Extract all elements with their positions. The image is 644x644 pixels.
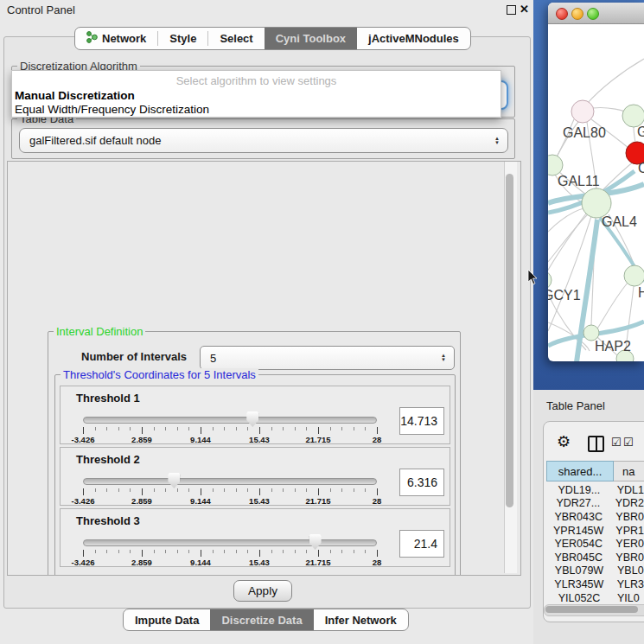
group-title: Interval Definition xyxy=(54,325,145,338)
slider-ticks xyxy=(83,550,377,558)
dropdown-option-equal-width[interactable]: Equal Width/Frequency Discretization xyxy=(15,103,209,116)
slider-track[interactable] xyxy=(83,539,377,546)
dropdown-option-manual-discretization[interactable]: Manual Discretization xyxy=(15,89,135,102)
table-header-row: shared... na xyxy=(546,461,644,481)
cell: YER0 xyxy=(612,538,644,550)
tab-label: Network xyxy=(102,32,146,45)
cell: YLR3 xyxy=(614,578,644,590)
tab-label: Discretize Data xyxy=(221,614,302,627)
table-row[interactable]: YBR045CYBR0 xyxy=(545,551,644,564)
close-traffic-light-icon[interactable] xyxy=(556,8,568,20)
combobox-value: 5 xyxy=(201,352,441,365)
node-label: HAP2 xyxy=(595,339,631,354)
node-label: H xyxy=(638,285,644,300)
threshold-2-box: Threshold 2 -3.4262.8599.14415.4321.7152… xyxy=(60,447,450,506)
threshold-label: Threshold 1 xyxy=(76,392,140,405)
network-window-titlebar[interactable] xyxy=(548,3,644,24)
slider-track[interactable] xyxy=(83,478,377,485)
table-row[interactable]: YPR145WYPR1 xyxy=(545,524,644,538)
threshold-value-field[interactable]: 14.713 xyxy=(399,407,444,435)
threshold-1-slider[interactable]: -3.4262.8599.14415.4321.71528 xyxy=(83,411,377,442)
node-gal11[interactable] xyxy=(548,155,563,175)
cell: YLR345W xyxy=(545,578,614,590)
cell: YDL19... xyxy=(545,484,614,496)
tab-infer-network[interactable]: Infer Network xyxy=(314,609,408,630)
slider-tick-labels: -3.4262.8599.14415.4321.71528 xyxy=(83,435,377,444)
minimize-traffic-light-icon[interactable] xyxy=(571,8,583,20)
checkbox-icon[interactable]: ☑ xyxy=(611,436,622,449)
slider-handle[interactable] xyxy=(168,473,180,488)
float-window-icon[interactable] xyxy=(507,5,516,15)
cell: YBR0 xyxy=(612,552,644,564)
node-h[interactable] xyxy=(624,265,644,286)
column-header-shared[interactable]: shared... xyxy=(546,461,614,481)
tab-select[interactable]: Select xyxy=(208,28,264,49)
table-row[interactable]: YDL19...YDL1 xyxy=(545,483,644,497)
number-of-intervals-combobox[interactable]: 5 ▲▼ xyxy=(200,346,455,370)
threshold-value-field[interactable]: 6.316 xyxy=(399,469,444,496)
network-graph-canvas[interactable]: GAL80 GA C GAL11 GAL4 GCY1 H HAP2 xyxy=(548,24,644,361)
node-label: GAL11 xyxy=(558,174,600,188)
tab-network[interactable]: Network xyxy=(75,28,157,49)
node-gcy1[interactable] xyxy=(548,271,552,290)
gear-icon[interactable]: ⚙ xyxy=(557,432,571,451)
node-label: GCY1 xyxy=(548,288,581,303)
table-row[interactable]: YDR27...YDR2 xyxy=(545,497,644,511)
tab-cyni-toolbox[interactable]: Cyni Toolbox xyxy=(265,28,357,49)
cell: YPR145W xyxy=(545,525,612,537)
table-row[interactable]: YER054CYER0 xyxy=(545,537,644,551)
spinner-arrows-icon: ▲▼ xyxy=(494,137,507,145)
mouse-cursor xyxy=(527,270,538,285)
slider-track[interactable] xyxy=(83,417,377,424)
tab-jactivemnodules[interactable]: jActiveMNodules xyxy=(357,28,470,49)
cell: YPR1 xyxy=(612,525,644,537)
cell: YER054C xyxy=(545,538,612,550)
table-row[interactable]: YBR043CYBR0 xyxy=(545,510,644,524)
zoom-traffic-light-icon[interactable] xyxy=(587,8,599,20)
scrollbar-thumb[interactable] xyxy=(506,174,513,507)
slider-handle[interactable] xyxy=(246,411,258,427)
cell: YBL0 xyxy=(614,564,644,577)
table-row[interactable]: YIL052CYIL0 xyxy=(545,591,644,604)
scrollbar-thumb[interactable] xyxy=(545,606,638,613)
slider-ticks xyxy=(83,488,377,496)
cell: YIL0 xyxy=(614,592,640,604)
table-panel-title: Table Panel xyxy=(546,399,605,412)
panel-title: Control Panel xyxy=(7,3,75,16)
column-header-name[interactable]: na xyxy=(614,461,644,481)
tab-impute-data[interactable]: Impute Data xyxy=(124,609,210,630)
group-title: Threshold's Coordinates for 5 Intervals xyxy=(61,368,258,381)
tab-label: Infer Network xyxy=(325,614,397,627)
cell: YBR043C xyxy=(545,511,612,523)
apply-button[interactable]: Apply xyxy=(233,580,292,602)
threshold-value-field[interactable]: 21.4 xyxy=(399,530,444,558)
tab-label: Select xyxy=(220,32,252,45)
threshold-2-slider[interactable]: -3.4262.8599.14415.4321.71528 xyxy=(83,472,377,503)
split-columns-icon[interactable] xyxy=(588,436,604,452)
slider-handle[interactable] xyxy=(309,534,322,550)
node-label: GAL80 xyxy=(563,125,606,140)
network-icon xyxy=(86,31,98,46)
spinner-arrows-icon: ▲▼ xyxy=(441,354,454,362)
threshold-1-box: Threshold 1 -3.4262.8599.14415.4321.7152… xyxy=(60,386,450,444)
table-row[interactable]: YLR345WYLR3 xyxy=(545,577,644,591)
cell: YDR27... xyxy=(545,497,612,509)
cell: YDR2 xyxy=(612,497,644,509)
network-view-window[interactable]: GAL80 GA C GAL11 GAL4 GCY1 H HAP2 xyxy=(548,3,644,361)
table-row[interactable]: YBL079WYBL0 xyxy=(545,564,644,578)
tab-discretize-data[interactable]: Discretize Data xyxy=(210,609,313,630)
table-data-combobox[interactable]: galFiltered.sif default node ▲▼ xyxy=(19,128,508,153)
close-icon[interactable]: ✕ xyxy=(520,3,529,16)
tab-style[interactable]: Style xyxy=(158,28,207,49)
table-rows: YDL19...YDL1 YDR27...YDR2 YBR043CYBR0 YP… xyxy=(545,483,644,604)
cyni-mode-tabbar: Impute Data Discretize Data Infer Networ… xyxy=(123,609,409,631)
threshold-3-slider[interactable]: -3.4262.8599.14415.4321.71528 xyxy=(83,533,377,564)
tab-label: Style xyxy=(169,32,196,45)
node-gal4[interactable] xyxy=(582,188,611,218)
node-gal80[interactable] xyxy=(571,100,594,123)
node-label: GA xyxy=(637,124,644,139)
checkbox-icon[interactable]: ☑ xyxy=(623,436,634,449)
node-label: C xyxy=(638,161,644,175)
algorithm-dropdown-popup: Select algorithm to view settings Manual… xyxy=(11,70,501,118)
tab-label: jActiveMNodules xyxy=(368,32,459,45)
